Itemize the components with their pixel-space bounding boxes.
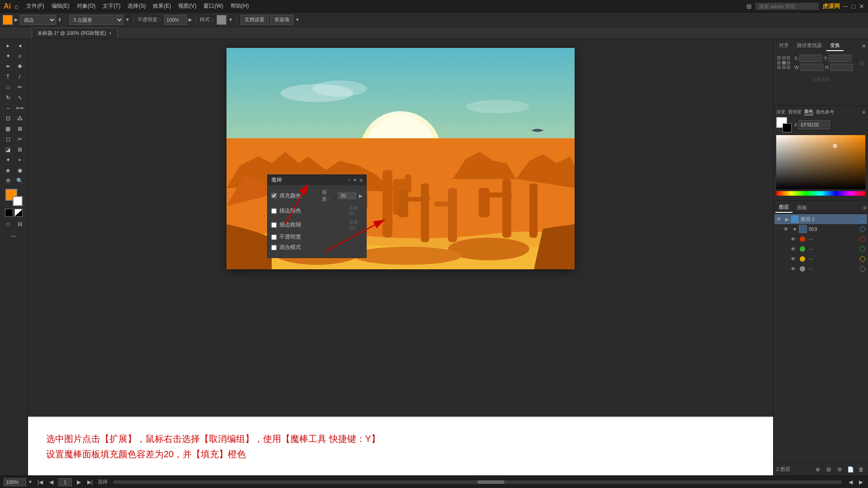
slice-tool[interactable]: ⊠: [14, 124, 25, 134]
document-tab[interactable]: 未标题-1* @ 100% (RGB/预览) ×: [32, 28, 118, 38]
fill-tolerance-input[interactable]: [338, 192, 356, 199]
reference-point-grid[interactable]: [777, 56, 791, 70]
eraser-tool[interactable]: ◻: [2, 134, 14, 144]
line-tool[interactable]: /: [14, 72, 25, 82]
bg-swatch[interactable]: [783, 123, 792, 132]
tab-transform[interactable]: 变换: [826, 41, 844, 51]
color-picker-gradient[interactable]: [776, 135, 865, 189]
h-input[interactable]: [830, 64, 853, 71]
pencil-tool[interactable]: ✏: [14, 82, 25, 92]
zoom-input[interactable]: [4, 478, 26, 486]
color-tab-reference[interactable]: 颜色参考: [816, 109, 834, 115]
minimize-icon[interactable]: ─: [844, 3, 848, 10]
sublayer-yellow-eye[interactable]: 👁: [791, 256, 798, 262]
eyedropper-tool[interactable]: ✦: [2, 155, 14, 165]
width-tool[interactable]: ⟺: [14, 103, 25, 113]
tab-artboards[interactable]: 画板: [793, 203, 811, 212]
stroke-width-checkbox[interactable]: [271, 222, 277, 228]
sublayer-gray-eye[interactable]: 👁: [791, 266, 798, 272]
scale-tool[interactable]: ⤡: [14, 93, 25, 103]
first-page-button[interactable]: |◀: [36, 479, 44, 485]
scissors-tool[interactable]: ✂: [14, 134, 25, 144]
fill-tolerance-arrow[interactable]: ▶: [359, 193, 363, 198]
magic-wand-tool[interactable]: ✦: [2, 51, 14, 61]
screen-mode-normal[interactable]: □: [2, 219, 14, 229]
menu-file[interactable]: 文件(F): [24, 1, 47, 11]
zoom-arrow[interactable]: ▼: [28, 479, 33, 484]
sublayer-red-eye[interactable]: 👁: [791, 236, 798, 242]
tab-close-button[interactable]: ×: [109, 31, 112, 36]
brush-arrow[interactable]: ▼: [125, 17, 130, 22]
sublayer-green-eye[interactable]: 👁: [791, 246, 798, 252]
live-paint-tool[interactable]: ◉: [14, 165, 25, 175]
home-icon[interactable]: ⌂: [14, 3, 18, 10]
layer-settings-icon[interactable]: ⚙: [835, 465, 844, 474]
panel-close-right-icon[interactable]: ✕: [862, 43, 866, 49]
close-icon[interactable]: ✕: [859, 3, 864, 10]
rotate-tool[interactable]: ↻: [2, 93, 14, 103]
w-input[interactable]: [801, 64, 823, 71]
hex-input[interactable]: [798, 120, 830, 129]
opacity-checkbox[interactable]: [271, 235, 277, 240]
panel-close-button[interactable]: ✕: [353, 178, 357, 183]
x-input[interactable]: [799, 55, 822, 62]
scroll-left-button[interactable]: ◀: [847, 479, 854, 485]
page-input[interactable]: [58, 478, 72, 486]
select-tool[interactable]: ▸: [2, 41, 14, 51]
layer-003-eye-icon[interactable]: 👁: [783, 226, 791, 232]
brush-select[interactable]: 3 点圆形: [69, 15, 123, 25]
measure-tool[interactable]: ⌖: [14, 155, 25, 165]
column-chart-tool[interactable]: ▦: [2, 124, 14, 134]
blend-tool[interactable]: ◈: [2, 165, 14, 175]
layer-2-eye-icon[interactable]: 👁: [776, 216, 783, 222]
menu-object[interactable]: 对象(O): [74, 1, 98, 11]
doc-settings-button[interactable]: 文档设置: [241, 15, 269, 25]
prev-page-button[interactable]: ◀: [48, 479, 55, 485]
layers-menu-icon[interactable]: ≡: [863, 205, 866, 211]
color-tab-color[interactable]: 颜色: [804, 108, 813, 115]
menu-help[interactable]: 帮助(H): [228, 1, 252, 11]
artboard[interactable]: 魔棒 ─ ✕ ≡ 填充颜色 容差：: [226, 48, 575, 269]
menu-text[interactable]: 文字(T): [100, 1, 123, 11]
more-tools-button[interactable]: ···: [2, 231, 26, 241]
style-arrow[interactable]: ▼: [228, 17, 233, 22]
gradient-tool[interactable]: ◪: [2, 145, 14, 155]
color-tab-fade[interactable]: 淡变: [776, 109, 785, 115]
zoom-tool[interactable]: 🔍: [14, 176, 25, 186]
perspective-tool[interactable]: ⟰: [2, 176, 14, 186]
pen-tool[interactable]: ✒: [2, 61, 14, 71]
layer-find-icon[interactable]: ⊞: [825, 465, 833, 474]
layer-2-expand-icon[interactable]: ▶: [785, 217, 789, 222]
swap-colors-icon[interactable]: [14, 209, 23, 217]
search-input[interactable]: [755, 3, 819, 10]
horizontal-scrollbar[interactable]: [113, 480, 842, 484]
menu-select[interactable]: 选择(S): [125, 1, 148, 11]
color-panel-menu-icon[interactable]: ≡: [862, 109, 865, 115]
panel-menu-icon[interactable]: ≡: [359, 177, 363, 183]
menu-edit[interactable]: 编辑(E): [49, 1, 72, 11]
y-input[interactable]: [829, 55, 851, 62]
tab-pathfinder[interactable]: 路径查找器: [793, 41, 826, 51]
next-page-button[interactable]: ▶: [75, 479, 82, 485]
tab-layers[interactable]: 图层: [775, 202, 793, 213]
prefs-arrow[interactable]: ▼: [295, 17, 300, 22]
opacity-input[interactable]: [164, 15, 187, 25]
layer-003-item[interactable]: 👁 ▼ 003: [774, 224, 867, 234]
free-transform-tool[interactable]: ⊡: [2, 113, 14, 123]
direct-select-tool[interactable]: ◂: [14, 41, 25, 51]
color-tab-opacity[interactable]: 透明度: [788, 109, 802, 115]
mode-select[interactable]: 插边: [20, 15, 56, 25]
anchor-tool[interactable]: ✚: [14, 61, 25, 71]
sublayer-red-item[interactable]: 👁 ···: [774, 234, 867, 244]
default-colors-icon[interactable]: [5, 209, 13, 217]
sublayer-green-item[interactable]: 👁 ···: [774, 244, 867, 254]
layer-2-item[interactable]: 👁 ▶ 图层 2: [774, 214, 867, 224]
fill-color-box[interactable]: [3, 15, 13, 25]
text-tool[interactable]: T: [2, 72, 14, 82]
panel-titlebar[interactable]: 魔棒 ─ ✕ ≡: [268, 175, 366, 185]
blend-checkbox[interactable]: [271, 245, 277, 250]
menu-effect[interactable]: 效果(E): [150, 1, 174, 11]
rect-tool[interactable]: □: [2, 82, 14, 92]
stroke-color-checkbox[interactable]: [271, 208, 277, 214]
menu-window[interactable]: 窗口(W): [201, 1, 226, 11]
